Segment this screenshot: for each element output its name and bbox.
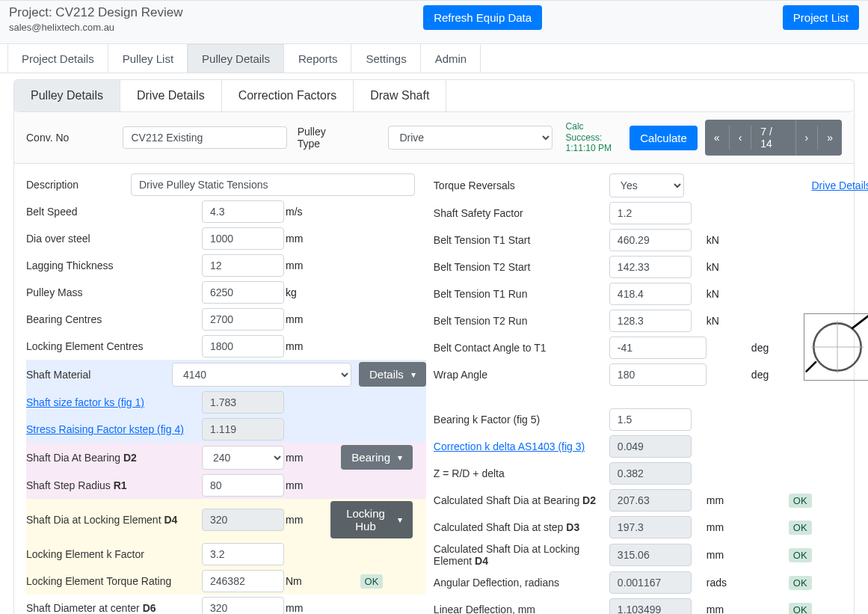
pulleytype-select[interactable]: Drive [388,126,552,150]
lockcentres-label: Locking Element Centres [26,340,202,352]
kstep-link[interactable]: Stress Raising Factor kstep (fig 4) [26,423,202,435]
unit-mm: mm [707,494,751,506]
d2-select[interactable]: 240 [202,446,284,470]
unit-mm: mm [707,521,751,533]
r1-label: Shaft Step Radius R1 [26,479,202,491]
unit-deg: deg [751,342,789,354]
tab-settings[interactable]: Settings [351,44,420,73]
bkf-label: Bearing k Factor (fig 5) [434,414,609,426]
drivedetails-link[interactable]: Drive Details [812,179,869,191]
unit-mm: mm [286,260,330,271]
angdef-output [609,571,692,594]
lagthk-input[interactable] [202,254,284,277]
tab-reports[interactable]: Reports [284,44,352,73]
unit-mm: mm [286,233,330,245]
unit-kn: kN [707,234,751,246]
tab-project-details[interactable]: Project Details [7,44,108,73]
cd3-label: Calculated Shaft Dia at step D3 [434,521,609,533]
ckd-link[interactable]: Correction k delta AS1403 (fig 3) [434,440,609,452]
project-list-button[interactable]: Project List [783,5,859,30]
pulleymass-input[interactable] [202,281,284,304]
unit-rads: rads [707,577,751,589]
angdef-label: Angular Deflection, radians [434,577,609,589]
ckd-output [609,435,692,458]
unit-deg: deg [751,369,789,381]
t2s-input[interactable] [609,256,692,278]
pager-next-icon[interactable]: › [796,126,819,150]
t2r-input[interactable] [609,310,692,332]
wrap-input[interactable] [609,363,707,386]
bca-label: Belt Contact Angle to T1 [434,342,609,354]
ok-badge: OK [789,548,812,562]
ok-badge: OK [789,603,812,615]
d6-label: Shaft Diameter at center D6 [26,602,202,614]
ok-badge: OK [789,521,812,535]
unit-kn: kN [707,315,751,327]
ok-badge: OK [789,576,812,590]
subtab-pulley-details[interactable]: Pulley Details [14,80,120,111]
convno-input[interactable] [123,126,286,149]
lockcentres-input[interactable] [202,335,284,357]
calculate-button[interactable]: Calculate [630,126,698,150]
cd4-output [609,544,692,566]
torquerev-select[interactable]: Yes [609,174,684,197]
kstep-output [202,418,284,440]
topline: Conv. No Pulley Type Drive Calc Success:… [14,112,854,164]
pager-last-icon[interactable]: » [818,126,842,150]
unit-mm: mm [286,602,330,614]
t1r-label: Belt Tension T1 Run [434,288,609,300]
t1r-input[interactable] [609,283,692,305]
lindef-output [609,598,692,614]
ok-badge: OK [789,494,812,508]
cd2-label: Calculated Shaft Dia at Bearing D2 [434,494,609,506]
pager-prev-icon[interactable]: ‹ [730,126,752,150]
refresh-button[interactable]: Refresh Equip Data [423,5,542,30]
cd2-output [609,489,692,512]
diasteel-input[interactable] [202,227,284,250]
subtab-draw-shaft[interactable]: Draw Shaft [354,80,446,111]
subtab-correction[interactable]: Correction Factors [222,80,354,111]
tab-admin[interactable]: Admin [421,44,481,73]
pager-position: 7 / 14 [751,120,795,156]
convno-label: Conv. No [26,132,115,144]
wrap-label: Wrap Angle [434,369,609,381]
ks-link[interactable]: Shaft size factor ks (fig 1) [26,396,202,408]
unit-mm: mm [286,340,330,352]
tab-pulley-details[interactable]: Pulley Details [188,44,284,73]
beltspeed-input[interactable] [202,200,284,223]
t1s-input[interactable] [609,229,692,251]
subtab-drive-details[interactable]: Drive Details [120,80,222,111]
svg-line-4 [806,361,816,372]
ssf-label: Shaft Safety Factor [434,207,609,219]
t1s-label: Belt Tension T1 Start [434,234,609,246]
description-input[interactable] [131,174,415,196]
unit-mm: mm [286,514,330,526]
t2r-label: Belt Tension T2 Run [434,315,609,327]
shaftmat-select[interactable]: 4140 [172,363,351,387]
project-title: Project: CV212 Design Review [9,5,182,20]
unit-kg: kg [286,286,330,298]
locktrq-input[interactable] [202,570,284,592]
shaftmat-label: Shaft Material [26,369,172,381]
pager-first-icon[interactable]: « [705,126,730,150]
bkf-input[interactable] [609,408,692,431]
ssf-input[interactable] [609,202,692,224]
bearing-button[interactable]: Bearing [341,445,413,470]
brgcentres-label: Bearing Centres [26,313,202,325]
contact-email: sales@helixtech.com.au [9,22,182,33]
diasteel-label: Dia over steel [26,233,202,245]
unit-mm: mm [286,313,330,325]
r1-input[interactable] [202,474,284,497]
tab-pulley-list[interactable]: Pulley List [108,44,188,73]
beltspeed-unit: m/s [286,206,330,218]
unit-mm: mm [286,479,330,491]
bca-input[interactable] [609,337,707,359]
ks-output [202,391,284,414]
details-button[interactable]: Details [359,362,426,387]
unit-nm: Nm [286,575,330,587]
d6-input[interactable] [202,597,284,614]
cd3-output [609,516,692,538]
brgcentres-input[interactable] [202,308,284,331]
lockk-input[interactable] [202,543,284,565]
lockinghub-button[interactable]: Locking Hub [330,501,413,538]
